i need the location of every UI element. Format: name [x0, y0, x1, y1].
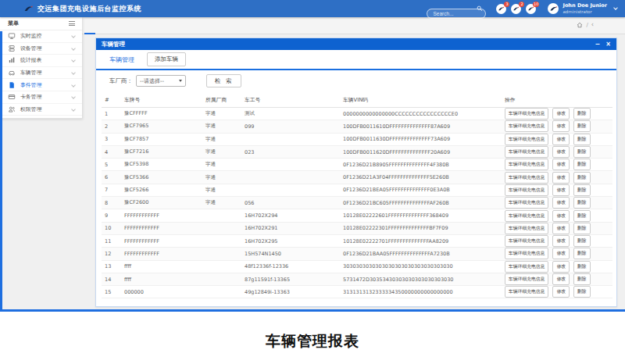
cell-index: 10 — [102, 222, 121, 234]
cell-actions: 车辆详细充电信息 修改 删除 — [502, 209, 612, 222]
detail-charge-info-button[interactable]: 车辆详细充电信息 — [505, 134, 548, 145]
delete-button[interactable]: 删除 — [573, 273, 591, 285]
delete-button[interactable]: 删除 — [573, 184, 591, 196]
cell-actions: 车辆详细充电信息 修改 删除 — [502, 184, 612, 196]
edit-button[interactable]: 修改 — [552, 248, 570, 259]
cell-vendor — [202, 234, 241, 247]
detail-charge-info-button[interactable]: 车辆详细充电信息 — [505, 210, 548, 222]
cell-vendor: 宇通 — [202, 133, 241, 145]
chevron-down-icon — [613, 5, 618, 10]
edit-button[interactable]: 修改 — [552, 184, 570, 196]
sidebar-item-event-management[interactable]: 事件管理 — [0, 79, 82, 91]
breadcrumb-back[interactable]: ‹ — [591, 21, 594, 28]
sidebar-item-card-management[interactable]: 卡务管理 — [0, 91, 82, 104]
edit-button[interactable]: 修改 — [552, 108, 570, 120]
breadcrumb-accent — [84, 33, 95, 34]
edit-button[interactable]: 修改 — [552, 223, 570, 234]
cell-vendor — [202, 222, 241, 234]
edit-button[interactable]: 修改 — [552, 235, 570, 247]
minimize-icon[interactable]: − — [595, 41, 601, 48]
detail-charge-info-button[interactable]: 车辆详细充电信息 — [505, 197, 548, 209]
query-button[interactable]: 检 索 — [206, 74, 241, 87]
edit-button[interactable]: 修改 — [552, 146, 570, 158]
cell-index: 15 — [102, 286, 121, 298]
edit-button[interactable]: 修改 — [552, 172, 570, 184]
cell-worker-no: 099 — [241, 120, 340, 133]
edit-button[interactable]: 修改 — [552, 273, 570, 285]
page: 交运集团充电设施后台监控系统 3 — [0, 0, 625, 364]
edit-button[interactable]: 修改 — [552, 261, 570, 273]
edit-button[interactable]: 修改 — [552, 134, 570, 145]
cell-actions: 车辆详细充电信息 修改 删除 — [502, 234, 612, 247]
edit-button[interactable]: 修改 — [552, 210, 570, 222]
cell-vin: 5731472D30353430303030303030303030 — [340, 273, 502, 285]
detail-charge-info-button[interactable]: 车辆详细充电信息 — [505, 120, 548, 132]
detail-charge-info-button[interactable]: 车辆详细充电信息 — [505, 261, 548, 273]
cell-worker-no: 测试 — [241, 108, 340, 120]
detail-charge-info-button[interactable]: 车辆详细充电信息 — [505, 273, 548, 285]
sidebar-item-statistics-report[interactable]: 统计报表 — [0, 55, 82, 67]
sidebar-item-vehicle-management[interactable]: 车辆管理 — [0, 67, 82, 80]
alert-icon[interactable]: 10 — [526, 4, 536, 14]
sidebar-item-realtime-monitor[interactable]: 实时监控 — [0, 30, 82, 43]
left-accent-strip — [0, 31, 2, 311]
delete-button[interactable]: 删除 — [573, 146, 591, 158]
cell-worker-no — [241, 184, 340, 196]
delete-button[interactable]: 删除 — [573, 197, 591, 209]
col-header-vin: 车辆VIN码 — [340, 93, 502, 108]
cell-actions: 车辆详细充电信息 修改 删除 — [502, 260, 612, 273]
delete-button[interactable]: 删除 — [573, 261, 591, 273]
edit-button[interactable]: 修改 — [552, 159, 570, 170]
vendor-select-value: --请选择-- — [140, 77, 164, 85]
add-vehicle-button[interactable]: 添加车辆 — [147, 52, 186, 66]
cell-vendor: 宇通 — [202, 171, 241, 184]
edit-button[interactable]: 修改 — [552, 197, 570, 209]
delete-button[interactable]: 删除 — [573, 134, 591, 145]
detail-charge-info-button[interactable]: 车辆详细充电信息 — [505, 286, 548, 298]
detail-charge-info-button[interactable]: 车辆详细充电信息 — [505, 248, 548, 259]
detail-charge-info-button[interactable]: 车辆详细充电信息 — [505, 172, 548, 184]
search-box — [427, 4, 486, 14]
cell-worker-no — [241, 133, 340, 145]
table-row: 4 豫CF7216 宇通 023 100DFB0011620DFFFFFFFFF… — [102, 145, 612, 158]
delete-button[interactable]: 删除 — [573, 172, 591, 184]
hamburger-icon[interactable] — [69, 20, 75, 27]
detail-charge-info-button[interactable]: 车辆详细充电信息 — [505, 108, 548, 120]
edit-button[interactable]: 修改 — [552, 286, 570, 298]
cell-plate: 000000 — [121, 286, 202, 298]
delete-button[interactable]: 删除 — [573, 108, 591, 120]
delete-button[interactable]: 删除 — [573, 235, 591, 247]
cell-vin: 0F1236D21B8905FFFFFFFFFFFFFF4F380B — [340, 159, 502, 171]
cell-actions: 车辆详细充电信息 修改 删除 — [502, 248, 612, 260]
detail-charge-info-button[interactable]: 车辆详细充电信息 — [505, 146, 548, 158]
message-icon[interactable]: 2 — [511, 4, 521, 14]
notification-icon[interactable]: 3 — [496, 4, 506, 14]
table-row: 12 FFFFFFFFFFFF 15H574N1450 0F1236D21BAA… — [102, 248, 612, 260]
breadcrumb: / ‹ — [577, 21, 594, 28]
detail-charge-info-button[interactable]: 车辆详细充电信息 — [505, 159, 548, 170]
delete-button[interactable]: 删除 — [573, 120, 591, 132]
cell-vin: 10128E02222601FFFFFFFFFFFFFF368409 — [340, 209, 502, 222]
card-icon — [8, 93, 16, 101]
delete-button[interactable]: 删除 — [573, 223, 591, 234]
detail-charge-info-button[interactable]: 车辆详细充电信息 — [505, 223, 548, 234]
home-icon[interactable] — [577, 22, 583, 28]
detail-charge-info-button[interactable]: 车辆详细充电信息 — [505, 235, 548, 247]
table-row: 15 000000 49g12849i-13363 31313131323333… — [102, 286, 612, 298]
delete-button[interactable]: 删除 — [573, 159, 591, 170]
user-menu[interactable]: John Doe Junior administrator — [548, 3, 617, 14]
cell-vin: 100DFB0011630DFFFFFFFFFFFFFF73A609 — [340, 133, 502, 145]
cell-vendor — [202, 248, 241, 260]
sidebar-item-device-management[interactable]: 设备管理 — [0, 43, 82, 55]
delete-button[interactable]: 删除 — [573, 210, 591, 222]
tab-vehicle-management[interactable]: 车辆管理 — [109, 55, 134, 64]
delete-button[interactable]: 删除 — [573, 248, 591, 259]
sidebar-item-permission-management[interactable]: 权限管理 — [0, 104, 82, 116]
close-icon[interactable]: × — [605, 41, 611, 48]
detail-charge-info-button[interactable]: 车辆详细充电信息 — [505, 184, 548, 196]
edit-button[interactable]: 修改 — [552, 120, 570, 132]
cell-index: 7 — [102, 184, 121, 196]
table-row: 2 豫CF7965 宇通 099 100DFB0011610DFFFFFFFFF… — [102, 120, 612, 133]
vendor-select[interactable]: --请选择-- — [136, 75, 186, 87]
delete-button[interactable]: 删除 — [573, 286, 591, 298]
